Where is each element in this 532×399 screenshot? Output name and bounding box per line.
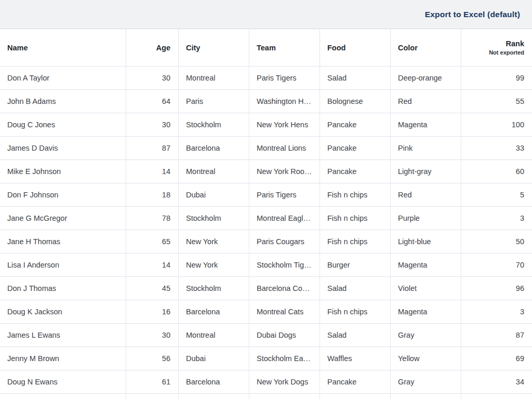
cell-team[interactable]: Washington H… [249,90,320,113]
cell-city[interactable]: Stockholm [179,207,249,230]
cell-color[interactable]: Gray [391,370,461,393]
cell-city[interactable]: Paris [179,90,249,113]
cell-city[interactable]: Barcelona [179,370,249,393]
cell-team[interactable]: Paris Cougars [249,230,320,253]
cell-color[interactable]: Purple [391,207,461,230]
cell-color[interactable]: Light-blue [391,230,461,253]
cell-team[interactable]: Stockholm Ea… [249,347,320,370]
cell-color[interactable]: Magenta [391,113,461,136]
cell-color[interactable]: Red [391,183,461,206]
cell-color[interactable]: Magenta [391,254,461,276]
cell-age[interactable]: 78 [126,207,179,230]
cell-city[interactable]: Dubai [179,183,249,206]
cell-age[interactable]: 87 [126,137,179,159]
cell-age[interactable]: 30 [126,66,179,89]
cell-age[interactable]: 65 [126,230,179,253]
cell-team[interactable]: Montreal Eagl… [249,207,320,230]
cell-city[interactable]: Stockholm [179,113,249,136]
cell-name[interactable]: Doug K Jackson [0,300,126,323]
cell-rank[interactable]: 3 [461,300,532,323]
cell-food[interactable]: Fish n chips [320,183,391,206]
cell-rank[interactable]: 60 [461,160,532,183]
cell-food[interactable]: Burger [320,254,391,276]
cell-rank[interactable]: 70 [461,254,532,276]
cell-name[interactable]: Lisa I Anderson [0,254,126,276]
cell-team[interactable]: Barcelona Co… [249,277,320,300]
column-header-color[interactable]: Color [391,29,461,66]
cell-age[interactable]: 64 [126,90,179,113]
column-header-rank[interactable]: RankNot exported [461,29,532,66]
cell-food[interactable]: Pancake [320,160,391,183]
cell-age[interactable]: 56 [126,347,179,370]
column-header-name[interactable]: Name [0,29,126,66]
cell-food[interactable]: Fish n chips [320,230,391,253]
cell-rank[interactable]: 96 [461,277,532,300]
cell-color[interactable]: Deep-orange [391,66,461,89]
cell-color[interactable]: Magenta [391,300,461,323]
cell-food[interactable]: Salad [320,324,391,347]
cell-color[interactable]: Light-gray [391,160,461,183]
cell-color[interactable]: Pink [391,137,461,159]
cell-team[interactable]: Paris Tigers [249,183,320,206]
cell-rank[interactable]: 69 [461,347,532,370]
cell-food[interactable]: Salad [320,66,391,89]
cell-age[interactable]: 18 [126,183,179,206]
cell-team[interactable]: New York Roo… [249,160,320,183]
cell-team[interactable]: Paris Tigers [249,66,320,89]
cell-rank[interactable]: 87 [461,324,532,347]
cell-food[interactable]: Fish n chips [320,300,391,323]
column-header-food[interactable]: Food [320,29,391,66]
cell-city[interactable]: Montreal [179,66,249,89]
cell-team[interactable]: New York Dogs [249,370,320,393]
cell-food[interactable]: Salad [320,277,391,300]
cell-color[interactable]: Violet [391,277,461,300]
cell-color[interactable]: Gray [391,324,461,347]
cell-team[interactable]: Stockholm Tig… [249,254,320,276]
cell-team[interactable]: New York Hens [249,113,320,136]
cell-team[interactable]: Montreal Cats [249,300,320,323]
cell-age[interactable]: 14 [126,160,179,183]
cell-food[interactable]: Fish n chips [320,207,391,230]
cell-rank[interactable]: 55 [461,90,532,113]
cell-city[interactable]: New York [179,254,249,276]
cell-age[interactable]: 16 [126,300,179,323]
cell-rank[interactable]: 99 [461,66,532,89]
cell-name[interactable]: Mike E Johnson [0,160,126,183]
cell-name[interactable]: Jane G McGregor [0,207,126,230]
cell-city[interactable]: Barcelona [179,137,249,159]
cell-food[interactable]: Pancake [320,113,391,136]
cell-rank[interactable]: 5 [461,183,532,206]
cell-team[interactable]: Dubai Dogs [249,324,320,347]
cell-name[interactable]: Doug C Jones [0,113,126,136]
cell-name[interactable]: Jenny M Brown [0,347,126,370]
cell-name[interactable]: Don A Taylor [0,66,126,89]
export-to-excel-button[interactable]: Export to Excel (default) [425,10,520,19]
cell-rank[interactable]: 33 [461,137,532,159]
cell-name[interactable]: James L Ewans [0,324,126,347]
cell-food[interactable]: Bolognese [320,90,391,113]
cell-team[interactable]: Montreal Lions [249,137,320,159]
column-header-age[interactable]: Age [126,29,179,66]
cell-city[interactable]: Montreal [179,324,249,347]
column-header-city[interactable]: City [179,29,249,66]
cell-color[interactable]: Yellow [391,347,461,370]
cell-age[interactable]: 61 [126,370,179,393]
cell-name[interactable]: James D Davis [0,137,126,159]
cell-rank[interactable]: 100 [461,113,532,136]
cell-age[interactable]: 14 [126,254,179,276]
cell-city[interactable]: Stockholm [179,277,249,300]
cell-food[interactable]: Pancake [320,137,391,159]
column-header-team[interactable]: Team [249,29,320,66]
cell-age[interactable]: 30 [126,324,179,347]
cell-rank[interactable]: 34 [461,370,532,393]
cell-food[interactable]: Pancake [320,370,391,393]
cell-name[interactable]: Jane H Thomas [0,230,126,253]
cell-food[interactable]: Waffles [320,347,391,370]
cell-name[interactable]: Don F Johnson [0,183,126,206]
cell-age[interactable]: 30 [126,113,179,136]
cell-rank[interactable]: 3 [461,207,532,230]
cell-age[interactable]: 45 [126,277,179,300]
cell-city[interactable]: New York [179,230,249,253]
cell-name[interactable]: John B Adams [0,90,126,113]
cell-name[interactable]: Don J Thomas [0,277,126,300]
